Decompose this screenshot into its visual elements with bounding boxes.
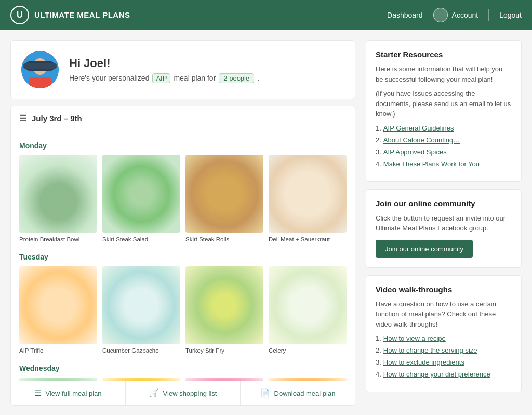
list-item-number: 1. (376, 334, 381, 342)
meal-item[interactable]: Turkey Stir Fry (185, 266, 263, 355)
svg-rect-4 (23, 63, 57, 69)
resource-link[interactable]: About Calorie Counting… (383, 136, 460, 144)
community-card: Join our online community Click the butt… (366, 189, 522, 268)
meal-item[interactable] (269, 378, 347, 381)
walkthrough-link[interactable]: How to change your diet preference (383, 370, 490, 378)
greeting-title: Hi Joel! (69, 57, 259, 70)
download-icon: 📄 (260, 388, 270, 398)
account-label: Account (452, 11, 478, 19)
view-full-plan-button[interactable]: ☰ View full meal plan (11, 381, 126, 405)
greeting-card: Hi Joel! Here's your personalized AIP me… (10, 40, 355, 99)
greeting-before: Here's your personalized (69, 74, 149, 82)
list-item-number: 4. (376, 160, 381, 168)
meal-thumbnail (269, 155, 347, 233)
meal-item[interactable]: Deli Meat + Sauerkraut (269, 155, 347, 243)
week-label: July 3rd – 9th (32, 114, 82, 123)
greeting-end: . (257, 74, 259, 82)
walkthroughs-para: Have a question on how to use a certain … (376, 299, 512, 330)
user-avatar (21, 51, 59, 88)
tag-people: 2 people (219, 73, 254, 83)
list-item: 1.AIP General Guidelines (376, 124, 512, 132)
week-header: ☰ July 3rd – 9th (11, 106, 355, 131)
list-item: 3.AIP Approved Spices (376, 148, 512, 156)
view-shopping-label: View shopping list (163, 390, 217, 397)
list-item: 1.How to view a recipe (376, 334, 512, 342)
day-label: Monday (19, 141, 347, 150)
meal-name: Deli Meat + Sauerkraut (269, 236, 347, 243)
account-button[interactable]: Account (433, 8, 478, 22)
list-item: 4.How to change your diet preference (376, 370, 512, 378)
meal-thumbnail (102, 155, 180, 233)
walkthroughs-card: Video walk-throughs Have a question on h… (366, 275, 522, 393)
resource-link[interactable]: AIP General Guidelines (383, 124, 454, 132)
list-item-number: 2. (376, 136, 381, 144)
meal-plan-card: ☰ July 3rd – 9th MondayProtein Breakfast… (10, 106, 355, 406)
community-title: Join our online community (376, 199, 512, 208)
meal-thumbnail (19, 155, 97, 233)
list-item-number: 3. (376, 148, 381, 156)
meal-thumbnail (19, 378, 97, 381)
meal-name: Cucumber Gazpacho (102, 347, 180, 355)
walkthroughs-title: Video walk-throughs (376, 285, 512, 294)
header: U ULTIMATE MEAL PLANS Dashboard Account … (0, 0, 532, 30)
meal-item[interactable]: AIP Trifle (19, 266, 97, 355)
meal-thumbnail (185, 378, 263, 381)
starter-resources-card: Starter Resources Here is some informati… (366, 40, 522, 182)
resource-link[interactable]: AIP Approved Spices (383, 148, 447, 156)
resource-link[interactable]: Make These Plans Work for You (383, 160, 480, 168)
walkthrough-link[interactable]: How to exclude ingredients (383, 358, 464, 366)
list-item-number: 2. (376, 346, 381, 354)
view-shopping-list-button[interactable]: 🛒 View shopping list (126, 381, 241, 405)
meal-name: Celery (269, 347, 347, 355)
tag-aip: AIP (152, 73, 170, 83)
menu-icon: ☰ (19, 113, 26, 123)
list-item: 3.How to exclude ingredients (376, 358, 512, 366)
meal-item[interactable]: Skirt Steak Salad (102, 155, 180, 243)
brand-name: ULTIMATE MEAL PLANS (34, 10, 130, 19)
meal-name: AIP Trifle (19, 347, 97, 355)
walkthrough-link[interactable]: How to view a recipe (383, 334, 446, 342)
avatar-image (21, 51, 59, 88)
meal-item[interactable]: Celery (269, 266, 347, 355)
logout-link[interactable]: Logout (499, 11, 522, 19)
list-item-number: 4. (376, 370, 381, 378)
list-item: 2.About Calorie Counting… (376, 136, 512, 144)
nav-divider (488, 9, 489, 21)
meal-item[interactable]: Skirt Steak Rolls (185, 155, 263, 243)
dashboard-link[interactable]: Dashboard (387, 11, 423, 19)
day-label: Tuesday (19, 253, 347, 261)
brand-logo[interactable]: U ULTIMATE MEAL PLANS (10, 6, 130, 24)
logo-icon: U (10, 6, 29, 24)
list-item: 2.How to change the serving size (376, 346, 512, 354)
account-avatar (433, 8, 448, 22)
basket-icon: 🛒 (149, 388, 159, 398)
meal-thumbnail (185, 266, 263, 344)
meals-grid: Protein Breakfast BowlSkirt Steak SaladS… (19, 155, 347, 243)
left-column: Hi Joel! Here's your personalized AIP me… (10, 40, 355, 406)
meal-name: Protein Breakfast Bowl (19, 236, 97, 243)
list-item-number: 3. (376, 358, 381, 366)
meal-plan-body: MondayProtein Breakfast BowlSkirt Steak … (11, 131, 355, 381)
main-content: Hi Joel! Here's your personalized AIP me… (0, 30, 532, 415)
starter-resources-list: 1.AIP General Guidelines2.About Calorie … (376, 124, 512, 168)
meal-thumbnail (269, 378, 347, 381)
community-para: Click the button to request an invite in… (376, 213, 512, 234)
greeting-text-block: Hi Joel! Here's your personalized AIP me… (69, 57, 259, 83)
meal-item[interactable] (185, 378, 263, 381)
right-column: Starter Resources Here is some informati… (366, 40, 522, 406)
meal-thumbnail (102, 266, 180, 344)
meal-item[interactable] (19, 378, 97, 381)
community-button[interactable]: Join our online community (376, 240, 473, 258)
starter-resources-para2: (If you have issues accessing the docume… (376, 88, 512, 119)
meal-item[interactable]: Cucumber Gazpacho (102, 266, 180, 355)
meal-thumbnail (102, 378, 180, 381)
svg-rect-2 (29, 77, 51, 88)
view-full-plan-label: View full meal plan (45, 390, 101, 397)
walkthrough-link[interactable]: How to change the serving size (383, 346, 477, 354)
meals-grid: AIP TrifleCucumber GazpachoTurkey Stir F… (19, 266, 347, 355)
bottom-bar: ☰ View full meal plan 🛒 View shopping li… (11, 381, 355, 405)
meal-item[interactable]: Protein Breakfast Bowl (19, 155, 97, 243)
day-label: Wednesday (19, 364, 347, 372)
download-meal-plan-button[interactable]: 📄 Download meal plan (241, 381, 355, 405)
meal-item[interactable] (102, 378, 180, 381)
